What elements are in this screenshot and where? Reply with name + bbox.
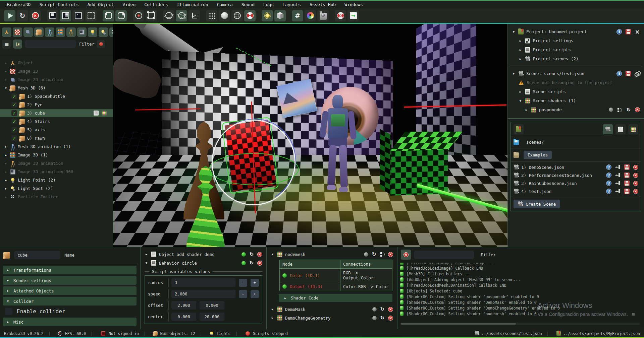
scripts-tab-button[interactable] [615,124,626,134]
increment-button[interactable]: + [251,279,259,287]
tree-row-object[interactable]: ▶ Object [0,59,113,67]
expand-arrow[interactable]: ▶ [283,296,287,300]
mouse-right-button[interactable] [115,10,127,21]
add-image3d-animation-button[interactable] [66,27,76,37]
menu-item[interactable]: Logs [259,2,278,7]
expand-arrow[interactable]: ▼ [145,261,148,265]
project-settings-row[interactable]: ▶ Project settings [508,36,644,45]
tree-row-image-2d[interactable]: ▶ Image 2D [0,67,113,75]
expand-arrow[interactable]: ▶ [519,48,522,52]
info-icon[interactable] [606,164,611,170]
clear-filter-button[interactable] [97,40,105,48]
selection-frame-button[interactable] [85,10,97,21]
expand-arrow[interactable]: ▶ [6,268,10,272]
examples-folder-button[interactable]: Examples [524,151,552,159]
log-horizontal-scrollbar[interactable] [400,323,640,325]
expand-arrow[interactable]: ▶ [4,162,8,165]
script-icon[interactable] [94,111,99,116]
info-icon[interactable] [606,181,611,186]
stop-button[interactable] [30,10,41,21]
color-picker-button[interactable] [305,10,316,21]
expand-arrow[interactable]: ▶ [6,289,10,292]
cube-button[interactable] [274,10,286,21]
record-button[interactable] [133,10,144,21]
add-light-point-button[interactable] [88,27,97,37]
section-render-settings[interactable]: ▶ Render settings [3,276,137,285]
close-icon[interactable] [635,29,640,35]
viewport-3d[interactable] [113,24,507,247]
enabled-dot-icon[interactable] [364,252,368,257]
grid-button[interactable] [292,10,303,21]
visibility-checkbox[interactable] [11,110,17,116]
reload-button[interactable] [17,10,28,21]
script-behavior-circle[interactable]: ▼ Behavior circle [141,259,266,267]
tree-row-eye[interactable]: 2) Eye [0,100,113,109]
shader-nodemesh-row[interactable]: ▼ nodemesh [267,250,397,259]
play-button[interactable] [4,10,15,21]
refresh-icon[interactable] [380,315,385,321]
expand-arrow[interactable]: ▶ [6,320,10,324]
add-mesh3d-button[interactable] [34,27,44,37]
list-view-button[interactable] [2,40,11,49]
expand-arrow[interactable]: ▶ [4,153,8,157]
camera-rotate-button[interactable] [176,10,187,21]
expand-arrow[interactable]: ▶ [519,57,522,61]
scene-file-performancetestscene[interactable]: 2) PerformanceTestScene.json [511,171,641,179]
tree-row-mesh-3d-animation[interactable]: ▶ Mesh 3D animation (1) [0,142,113,151]
menu-item[interactable]: Camera [213,2,237,7]
light-button[interactable] [262,10,273,21]
menu-item[interactable]: Windows [340,2,367,7]
link-icon[interactable] [635,71,640,76]
tree-row-image-3d-animation[interactable]: ▶ Image 3D animation [0,159,113,167]
exit-button[interactable] [347,10,359,21]
pixels-button[interactable] [206,10,217,21]
info-icon[interactable] [606,189,611,194]
expand-arrow[interactable]: ▼ [512,72,516,75]
tree-row-axis[interactable]: 5) axis [0,126,113,134]
tree-row-image-3d[interactable]: ▶ Image 3D (1) [0,151,113,159]
delete-icon[interactable] [633,165,638,170]
shader-posponode-row[interactable]: ▶ posponode [508,105,644,114]
decrement-button[interactable]: - [239,290,247,298]
delete-icon[interactable] [257,252,262,257]
variable-value-y-input[interactable]: 0.000 [171,313,196,321]
menu-item[interactable]: Layouts [278,2,305,7]
save-icon[interactable] [626,71,631,76]
tree-row-light-spot[interactable]: ▶ Light Spot (2) [0,184,113,193]
tree-filter-input[interactable] [25,40,76,48]
log-filter-input[interactable] [414,251,474,259]
load-icon[interactable] [615,189,621,194]
load-icon[interactable] [615,173,621,178]
refresh-icon[interactable] [626,107,631,113]
shader-code-header[interactable]: ▶ Shader Code [279,294,392,302]
expand-arrow[interactable]: ▶ [4,170,8,174]
save-icon[interactable] [624,164,630,170]
expand-arrow[interactable]: ▼ [4,86,8,90]
expand-arrow[interactable]: ▶ [4,179,8,182]
add-image2d-animation-button[interactable] [23,27,33,37]
refresh-icon[interactable] [249,252,254,257]
enable-collider-checkbox[interactable] [5,308,12,315]
tree-row-pawn[interactable]: 6) Pawn [0,134,113,142]
project-scripts-row[interactable]: ▶ Project scripts [508,45,644,54]
refresh-icon[interactable] [371,252,377,257]
add-object-button[interactable] [2,27,11,37]
section-collider[interactable]: ▼ Collider [3,297,137,306]
menu-item[interactable]: Illumination [172,2,213,7]
tree-view-button[interactable] [13,40,22,49]
expand-arrow[interactable]: ▶ [145,253,148,256]
expand-arrow[interactable]: ▶ [4,187,8,190]
variable-value-input[interactable]: 3 [171,278,235,287]
screenshot-button[interactable] [317,10,329,21]
info-icon[interactable] [606,173,611,178]
expand-arrow[interactable]: ▶ [4,195,8,199]
help-button[interactable] [335,10,346,21]
enabled-dot-icon[interactable] [609,108,613,112]
menu-item[interactable]: Add Object [83,2,118,7]
scene-scripts-row[interactable]: ▶ Scene scripts [508,87,644,96]
mouse-left-button[interactable] [103,10,114,21]
expand-arrow[interactable]: ▶ [519,90,522,93]
project-row[interactable]: ▼ Project: Unnamed project [508,27,644,36]
delete-icon[interactable] [388,316,393,321]
scene-file-raincubesscene[interactable]: 3) RainCubesScene.json [511,179,641,187]
